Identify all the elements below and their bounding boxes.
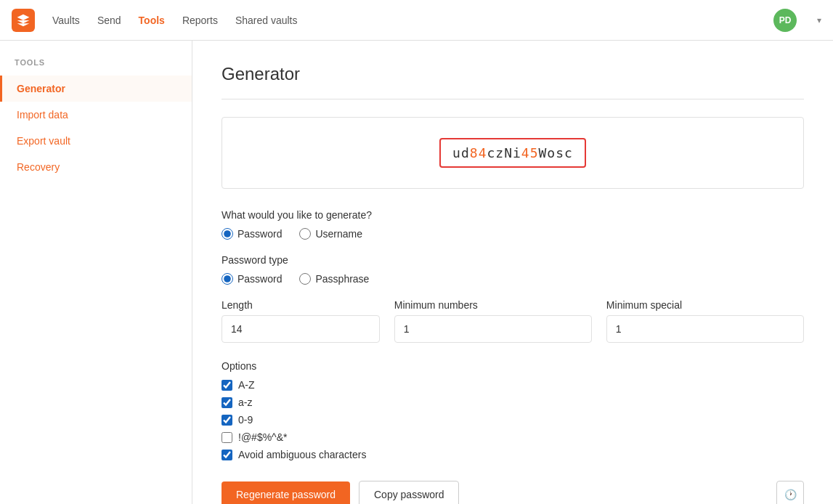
- sidebar-title: TOOLS: [0, 52, 192, 76]
- length-field-group: Length: [222, 299, 380, 343]
- pw-part-3: czNi: [487, 145, 521, 160]
- radio-password-option[interactable]: Password: [222, 228, 282, 240]
- password-type-section: Password type Password Passphrase: [222, 254, 804, 285]
- sidebar-item-import-data[interactable]: Import data: [0, 102, 192, 128]
- user-avatar[interactable]: PD: [773, 9, 797, 32]
- avatar-chevron-icon: ▾: [817, 15, 821, 25]
- divider: [222, 99, 804, 99]
- min-special-label: Minimum special: [606, 299, 804, 311]
- checkbox-09-label: 0-9: [238, 414, 253, 426]
- sidebar: TOOLS Generator Import data Export vault…: [0, 41, 192, 504]
- password-type-radio-group: Password Passphrase: [222, 273, 804, 285]
- checkbox-list: A-Z a-z 0-9 !@#$%^&* Avoid ambiguous cha…: [222, 379, 804, 460]
- min-numbers-input[interactable]: [394, 315, 592, 343]
- radio-username-option[interactable]: Username: [299, 228, 362, 240]
- nav-tools[interactable]: Tools: [139, 12, 165, 29]
- radio-password-input[interactable]: [222, 228, 233, 240]
- options-section: Options A-Z a-z 0-9 !@#$%^&*: [222, 360, 804, 460]
- fields-row: Length Minimum numbers Minimum special: [222, 299, 804, 343]
- radio-username-input[interactable]: [299, 228, 311, 240]
- checkbox-avoid-ambiguous-input[interactable]: [222, 450, 232, 460]
- pw-part-1: ud: [452, 145, 470, 160]
- radio-username-label: Username: [315, 228, 362, 240]
- nav-vaults[interactable]: Vaults: [52, 12, 80, 29]
- radio-password-label: Password: [237, 228, 282, 240]
- action-row: Regenerate password Copy password 🕐: [222, 481, 804, 504]
- generate-section: What would you like to generate? Passwor…: [222, 209, 804, 240]
- min-numbers-label: Minimum numbers: [394, 299, 592, 311]
- copy-password-button[interactable]: Copy password: [359, 481, 460, 504]
- generated-password-box: ud84czNi45Wosc: [439, 138, 586, 168]
- radio-type-passphrase-option[interactable]: Passphrase: [299, 273, 369, 285]
- checkbox-special-chars-label: !@#$%^&*: [238, 431, 287, 443]
- regenerate-button[interactable]: Regenerate password: [222, 481, 350, 504]
- sidebar-item-export-vault[interactable]: Export vault: [0, 128, 192, 154]
- min-special-field-group: Minimum special: [606, 299, 804, 343]
- checkbox-09-input[interactable]: [222, 415, 232, 426]
- password-display-area: ud84czNi45Wosc: [222, 117, 804, 189]
- min-special-input[interactable]: [606, 315, 804, 343]
- nav-send[interactable]: Send: [97, 12, 121, 29]
- length-input[interactable]: [222, 315, 380, 343]
- generate-radio-group: Password Username: [222, 228, 804, 240]
- length-label: Length: [222, 299, 380, 311]
- options-label: Options: [222, 360, 804, 372]
- sidebar-item-generator[interactable]: Generator: [0, 76, 192, 102]
- checkbox-special-chars-input[interactable]: [222, 432, 232, 443]
- top-nav: Vaults Send Tools Reports Shared vaults …: [0, 0, 833, 41]
- pw-part-2: 84: [470, 145, 487, 160]
- pw-part-5: Wosc: [539, 145, 573, 160]
- checkbox-az-lower-option[interactable]: a-z: [222, 397, 804, 408]
- nav-shared-vaults[interactable]: Shared vaults: [235, 12, 298, 29]
- radio-type-password-input[interactable]: [222, 273, 233, 285]
- radio-type-password-label: Password: [237, 273, 282, 285]
- checkbox-avoid-ambiguous-option[interactable]: Avoid ambiguous characters: [222, 449, 804, 460]
- checkbox-az-option[interactable]: A-Z: [222, 379, 804, 391]
- checkbox-az-label: A-Z: [238, 379, 255, 391]
- checkbox-avoid-ambiguous-label: Avoid ambiguous characters: [238, 449, 366, 460]
- checkbox-09-option[interactable]: 0-9: [222, 414, 804, 426]
- clock-icon: 🕐: [784, 489, 797, 500]
- checkbox-az-input[interactable]: [222, 380, 232, 391]
- checkbox-az-lower-label: a-z: [238, 397, 252, 408]
- radio-type-passphrase-input[interactable]: [299, 273, 311, 285]
- sidebar-item-recovery[interactable]: Recovery: [0, 154, 192, 180]
- checkbox-az-lower-input[interactable]: [222, 397, 232, 408]
- pw-part-4: 45: [521, 145, 539, 160]
- page-title: Generator: [222, 64, 804, 84]
- app-logo[interactable]: [12, 9, 35, 32]
- password-type-label: Password type: [222, 254, 804, 266]
- main-content: Generator ud84czNi45Wosc What would you …: [192, 41, 833, 504]
- min-numbers-field-group: Minimum numbers: [394, 299, 592, 343]
- app-layout: TOOLS Generator Import data Export vault…: [0, 41, 833, 504]
- generate-label: What would you like to generate?: [222, 209, 804, 221]
- checkbox-special-chars-option[interactable]: !@#$%^&*: [222, 431, 804, 443]
- nav-reports[interactable]: Reports: [182, 12, 218, 29]
- history-button[interactable]: 🕐: [776, 481, 804, 504]
- radio-type-passphrase-label: Passphrase: [315, 273, 369, 285]
- radio-type-password-option[interactable]: Password: [222, 273, 282, 285]
